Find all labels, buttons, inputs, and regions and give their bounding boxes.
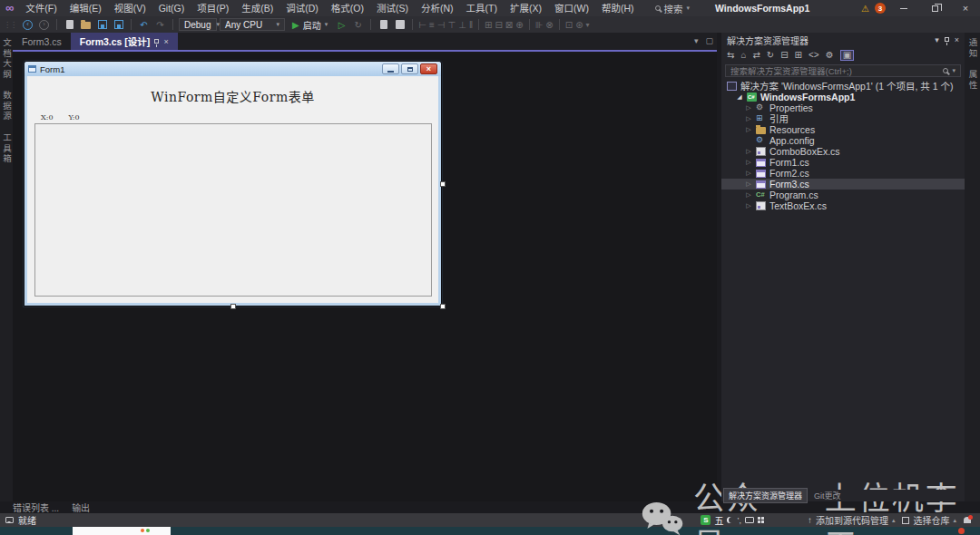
- tree-item[interactable]: App.config: [721, 135, 965, 146]
- keyboard-icon[interactable]: [745, 517, 754, 523]
- menu-item[interactable]: 扩展(X): [504, 0, 548, 16]
- close-panel-icon[interactable]: ×: [955, 35, 959, 44]
- align-center-icon[interactable]: ≡: [429, 20, 435, 30]
- new-project-button[interactable]: [63, 18, 76, 32]
- warning-icon[interactable]: ⚠: [861, 4, 869, 14]
- same-height-icon[interactable]: ⊟: [495, 20, 502, 30]
- active-files-dropdown-icon[interactable]: ▾: [694, 36, 699, 45]
- form-client-area[interactable]: WinForm自定义Form表单 X:0 Y:0: [27, 76, 438, 303]
- tree-item[interactable]: ▷ Form3.cs: [721, 179, 965, 190]
- toggle-panel-button[interactable]: [393, 18, 407, 32]
- menu-item[interactable]: 分析(N): [415, 0, 460, 16]
- chevron-down-icon[interactable]: ▾: [935, 35, 939, 44]
- float-window-icon[interactable]: ▢: [705, 36, 713, 45]
- ime-mode-label[interactable]: 五: [714, 513, 723, 527]
- tool-window-tab[interactable]: 工具箱: [0, 133, 13, 165]
- document-tab[interactable]: Form3.cs ×: [13, 33, 71, 50]
- show-all-files-icon[interactable]: ▣: [840, 50, 854, 61]
- tool-window-tab[interactable]: 数据源: [0, 91, 13, 122]
- y-coordinate-label[interactable]: Y:0: [68, 113, 79, 122]
- expand-arrow-icon[interactable]: ▷: [745, 115, 752, 122]
- horizontal-spacing-icon[interactable]: ⊪: [535, 20, 544, 30]
- form-heading-label[interactable]: WinForm自定义Form表单: [27, 87, 438, 105]
- toolbar-overflow-icon[interactable]: ▾: [586, 21, 590, 29]
- menu-item[interactable]: 测试(S): [370, 0, 415, 16]
- winforms-designer-canvas[interactable]: Form1 × WinForm自定义Form表单 X:0 Y:0: [13, 54, 717, 501]
- refresh-icon[interactable]: ↻: [767, 51, 774, 60]
- pending-changes-filter-icon[interactable]: ⊞: [795, 51, 802, 60]
- collapse-all-icon[interactable]: ⊟: [780, 51, 788, 60]
- menu-item[interactable]: 帮助(H): [595, 0, 641, 16]
- tree-item[interactable]: ▷ Form1.cs: [721, 157, 965, 168]
- navigate-back-button[interactable]: ‹: [21, 18, 34, 32]
- bottom-panel-tab[interactable]: 输出: [72, 501, 90, 514]
- save-all-button[interactable]: [112, 18, 125, 32]
- lock-controls-icon[interactable]: ⊛: [575, 20, 583, 30]
- tool-window-tab[interactable]: 属性: [966, 70, 979, 91]
- save-button[interactable]: [95, 18, 109, 32]
- align-bottom-icon[interactable]: ‖: [469, 20, 473, 30]
- feedback-icon[interactable]: [5, 517, 14, 523]
- pin-icon[interactable]: [945, 35, 949, 44]
- tree-item[interactable]: ▷ ComboBoxEx.cs: [721, 146, 965, 157]
- toolbar-grip[interactable]: ⋮⋮: [4, 21, 16, 29]
- align-top-icon[interactable]: ⊤: [448, 20, 456, 30]
- punctuation-label[interactable]: ’,: [737, 516, 741, 525]
- properties-wrench-icon[interactable]: ⚙: [826, 51, 834, 60]
- solution-search-box[interactable]: 搜索解决方案资源管理器(Ctrl+;) ▾: [725, 64, 961, 77]
- select-repository-button[interactable]: 选择仓库 ▴: [902, 513, 956, 527]
- x-coordinate-label[interactable]: X:0: [41, 113, 53, 122]
- expand-arrow-icon[interactable]: ▷: [745, 148, 752, 155]
- input-method-bar[interactable]: S 五 ’,: [701, 513, 764, 527]
- project-row[interactable]: ◢ WindowsFormsApp1: [721, 92, 965, 102]
- configuration-dropdown[interactable]: Debug ▾: [179, 18, 217, 31]
- vertical-spacing-icon[interactable]: ⊗: [545, 20, 553, 30]
- start-without-debug-button[interactable]: ▷: [335, 18, 348, 32]
- form-panel-control[interactable]: [34, 123, 432, 297]
- pin-icon[interactable]: [154, 37, 159, 46]
- menu-item[interactable]: Git(G): [152, 0, 191, 16]
- panel-tab[interactable]: 解决方案资源管理器: [723, 488, 808, 503]
- view-code-icon[interactable]: <>: [808, 51, 819, 60]
- same-size-icon[interactable]: ⊠: [505, 20, 513, 30]
- taskbar-window-preview[interactable]: [73, 527, 171, 535]
- search-box[interactable]: 搜索 ▾: [650, 2, 696, 15]
- menu-item[interactable]: 格式(O): [325, 0, 370, 16]
- moon-icon[interactable]: [727, 517, 733, 523]
- menu-item[interactable]: 生成(B): [235, 0, 279, 16]
- hot-reload-button[interactable]: ↻: [351, 18, 365, 32]
- expand-arrow-icon[interactable]: ▷: [745, 126, 752, 133]
- tree-item[interactable]: ▷ Properties: [721, 102, 965, 113]
- undo-button[interactable]: ↶: [137, 18, 151, 32]
- tree-item[interactable]: ▷ 引用: [721, 113, 965, 124]
- tool-window-tab[interactable]: 文档大纲: [0, 38, 13, 80]
- sync-with-active-document-icon[interactable]: ⇄: [752, 51, 760, 60]
- panel-tab[interactable]: Git更改: [809, 489, 846, 502]
- form-titlebar[interactable]: Form1 ×: [24, 62, 441, 76]
- expand-arrow-icon[interactable]: ▷: [745, 180, 752, 188]
- menu-item[interactable]: 文件(F): [19, 0, 63, 16]
- expand-arrow-icon[interactable]: ▷: [745, 104, 752, 112]
- tree-item[interactable]: ▷ Resources: [721, 124, 965, 135]
- bottom-panel-tab[interactable]: 错误列表 ...: [13, 501, 59, 514]
- align-right-icon[interactable]: ⊣: [437, 20, 446, 30]
- tree-item[interactable]: ▷ Form2.cs: [721, 168, 965, 179]
- redo-button[interactable]: ↷: [153, 18, 167, 32]
- tray-icon[interactable]: [958, 528, 965, 534]
- notification-badge[interactable]: 3: [875, 3, 886, 14]
- size-to-grid-icon[interactable]: ⊡: [565, 20, 573, 30]
- zoom-icon[interactable]: ⊕: [515, 20, 523, 30]
- notification-bell-icon[interactable]: [964, 517, 971, 523]
- expand-arrow-icon[interactable]: ▷: [745, 202, 752, 209]
- same-width-icon[interactable]: ⊞: [485, 20, 492, 30]
- form-minimize-button[interactable]: [382, 63, 399, 74]
- form-close-button[interactable]: ×: [420, 63, 437, 74]
- form-maximize-button[interactable]: [401, 63, 418, 74]
- tree-item[interactable]: ▷ TextBoxEx.cs: [721, 200, 965, 211]
- designed-form[interactable]: Form1 × WinForm自定义Form表单 X:0 Y:0: [24, 62, 441, 306]
- sogou-ime-icon[interactable]: S: [701, 515, 710, 525]
- ime-menu-icon[interactable]: [758, 517, 764, 523]
- expand-arrow-icon[interactable]: ▷: [745, 170, 752, 177]
- expand-arrow-icon[interactable]: ▷: [745, 191, 752, 199]
- resize-handle-right[interactable]: [440, 181, 446, 187]
